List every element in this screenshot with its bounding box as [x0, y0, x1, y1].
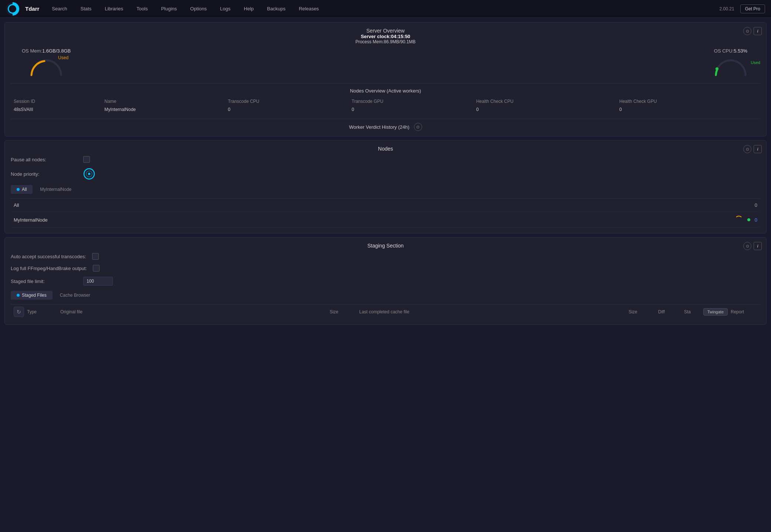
priority-row: Node priority:	[11, 168, 760, 180]
twingate-badge: Twingate	[703, 308, 728, 316]
nav-releases[interactable]: Releases	[294, 4, 324, 14]
log-full-label: Log full FFmpeg/HandBrake output:	[11, 266, 87, 271]
server-clock-label: Server clock:	[361, 34, 391, 39]
row-session-id: 48sSVAIII	[11, 105, 101, 114]
os-mem-used-label: Used	[58, 55, 68, 60]
staging-title: Staging Section	[11, 243, 760, 249]
pause-nodes-label: Pause all nodes:	[11, 157, 77, 162]
server-refresh-icon[interactable]: ⊙	[743, 27, 751, 35]
row-transcode-gpu: 0	[349, 105, 474, 114]
list-item: MyInternalNode 0	[11, 212, 760, 228]
th-size1: Size	[327, 308, 356, 316]
process-mem-label: Process Mem:	[356, 39, 384, 44]
os-mem-label: OS Mem:1.6GB/3.8GB	[22, 48, 71, 54]
server-stats-row: OS Mem:1.6GB/3.8GB Used OS CPU:5.53%	[11, 48, 760, 78]
row-health-cpu: 0	[473, 105, 616, 114]
nav-tools[interactable]: Tools	[131, 4, 153, 14]
svg-point-0	[716, 67, 718, 70]
server-clock: Server clock:04:15:50	[11, 34, 760, 39]
node-status-dot	[747, 218, 750, 221]
tab-myinternalnode[interactable]: MyInternalNode	[34, 185, 77, 194]
auto-accept-checkbox[interactable]	[92, 253, 99, 260]
os-cpu-block: OS CPU:5.53% Used	[712, 48, 749, 78]
nav-libraries[interactable]: Libraries	[100, 4, 128, 14]
priority-label: Node priority:	[11, 171, 77, 177]
server-overview-title: Server Overview	[11, 28, 760, 34]
list-item: All 0	[11, 199, 760, 212]
th-cache: Last completed cache file	[356, 308, 626, 316]
get-pro-button[interactable]: Get Pro	[740, 4, 765, 13]
log-full-checkbox[interactable]	[93, 265, 100, 272]
nodes-overview-title: Nodes Overview (Active workers)	[11, 88, 760, 94]
nav-logs[interactable]: Logs	[215, 4, 236, 14]
os-mem-gauge-wrap: Used	[28, 57, 65, 78]
node-loading-spinner	[735, 216, 743, 224]
worker-verdict-section: Worker Verdict History (24h) ⊙	[11, 119, 760, 131]
staged-files-label: Staged Files	[22, 293, 47, 298]
th-status: Sta	[681, 308, 703, 316]
nodes-info-icon[interactable]: i	[754, 145, 762, 153]
server-info-icon[interactable]: i	[754, 27, 762, 35]
tab-all-label: All	[22, 187, 27, 192]
nav-backups[interactable]: Backups	[262, 4, 291, 14]
log-full-row: Log full FFmpeg/HandBrake output:	[11, 265, 760, 272]
staging-refresh-icon[interactable]: ⊙	[743, 242, 751, 250]
server-clock-value: 04:15:50	[391, 34, 410, 39]
os-cpu-used-label: Used	[751, 60, 760, 65]
tab-cache-browser[interactable]: Cache Browser	[54, 291, 96, 300]
tab-staged-files[interactable]: Staged Files	[11, 291, 53, 300]
svg-point-3	[88, 173, 90, 175]
node-internal-name: MyInternalNode	[14, 217, 730, 223]
nav-plugins[interactable]: Plugins	[156, 4, 182, 14]
process-mem-value: 86.9MB/90.1MB	[384, 39, 415, 44]
pause-nodes-checkbox[interactable]	[83, 156, 90, 163]
staging-panel: Staging Section ⊙ i Auto accept successf…	[4, 237, 767, 325]
pause-nodes-row: Pause all nodes:	[11, 156, 760, 163]
th-type: Type	[24, 308, 57, 316]
row-transcode-cpu: 0	[225, 105, 349, 114]
os-cpu-gauge-wrap: Used	[712, 57, 749, 78]
verdict-refresh-icon[interactable]: ⊙	[414, 123, 422, 131]
staged-limit-input[interactable]	[83, 277, 113, 286]
col-health-cpu: Health Check CPU	[473, 97, 616, 105]
nav-help[interactable]: Help	[239, 4, 259, 14]
nav-search[interactable]: Search	[47, 4, 72, 14]
staging-info-icon[interactable]: i	[754, 242, 762, 250]
tab-all[interactable]: All	[11, 185, 33, 194]
staging-table-refresh[interactable]: ↻	[14, 307, 24, 317]
th-original: Original file	[57, 308, 327, 316]
cache-browser-label: Cache Browser	[60, 293, 90, 298]
col-transcode-cpu: Transcode CPU	[225, 97, 349, 105]
nodes-refresh-icon[interactable]: ⊙	[743, 145, 751, 153]
nodes-panel: Nodes ⊙ i Pause all nodes: Node priority…	[4, 140, 767, 233]
nodes-tab-row: All MyInternalNode	[11, 185, 760, 194]
auto-accept-row: Auto accept successful transcodes:	[11, 253, 760, 260]
row-health-gpu: 0	[616, 105, 760, 114]
staging-table-header: ↻ Type Original file Size Last completed…	[11, 304, 760, 319]
nodes-overview-table: Session ID Name Transcode CPU Transcode …	[11, 97, 760, 114]
node-internal-count: 0	[755, 217, 757, 223]
nodes-panel-title: Nodes	[11, 146, 760, 152]
col-session-id: Session ID	[11, 97, 101, 105]
nav-options[interactable]: Options	[185, 4, 212, 14]
os-mem-block: OS Mem:1.6GB/3.8GB Used	[22, 48, 71, 78]
col-health-gpu: Health Check GPU	[616, 97, 760, 105]
app-version: 2.00.21	[720, 6, 734, 11]
tab-myinternalnode-label: MyInternalNode	[40, 187, 71, 192]
tab-all-dot	[17, 188, 20, 191]
navbar: Tdarr Search Stats Libraries Tools Plugi…	[0, 0, 771, 18]
nodes-panel-icons: ⊙ i	[743, 145, 762, 153]
worker-verdict-title: Worker Verdict History (24h)	[349, 124, 409, 130]
auto-accept-label: Auto accept successful transcodes:	[11, 254, 86, 259]
node-all-count: 0	[755, 202, 757, 208]
row-name: MyInternalNode	[101, 105, 225, 114]
staged-limit-label: Staged file limit:	[11, 279, 77, 284]
node-all-name: All	[14, 202, 750, 208]
staged-files-dot	[17, 294, 20, 297]
app-name: Tdarr	[25, 6, 39, 12]
nav-stats[interactable]: Stats	[75, 4, 97, 14]
col-transcode-gpu: Transcode GPU	[349, 97, 474, 105]
server-overview-panel: ⊙ i Server Overview Server clock:04:15:5…	[4, 22, 767, 137]
staged-limit-row: Staged file limit:	[11, 277, 760, 286]
os-cpu-label: OS CPU:5.53%	[714, 48, 747, 54]
